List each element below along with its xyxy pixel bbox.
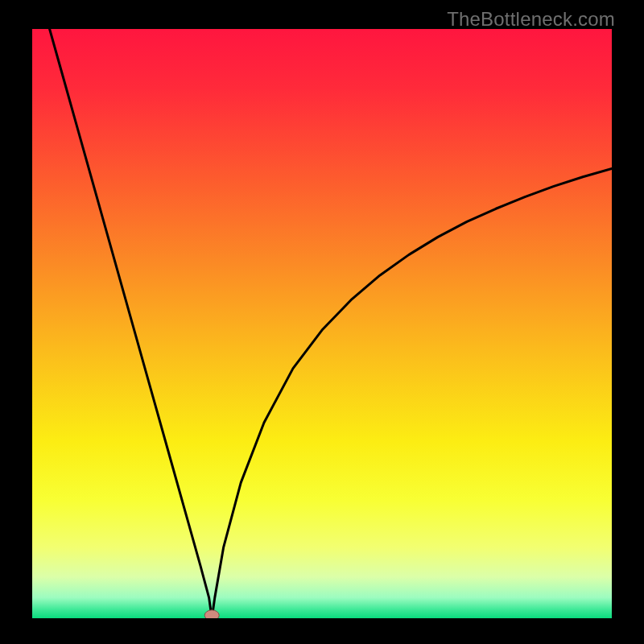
chart-frame: TheBottleneck.com [0,0,644,644]
bottleneck-chart [32,29,612,618]
gradient-background [32,29,612,618]
watermark-text: TheBottleneck.com [447,8,615,31]
minimum-marker [204,610,219,618]
